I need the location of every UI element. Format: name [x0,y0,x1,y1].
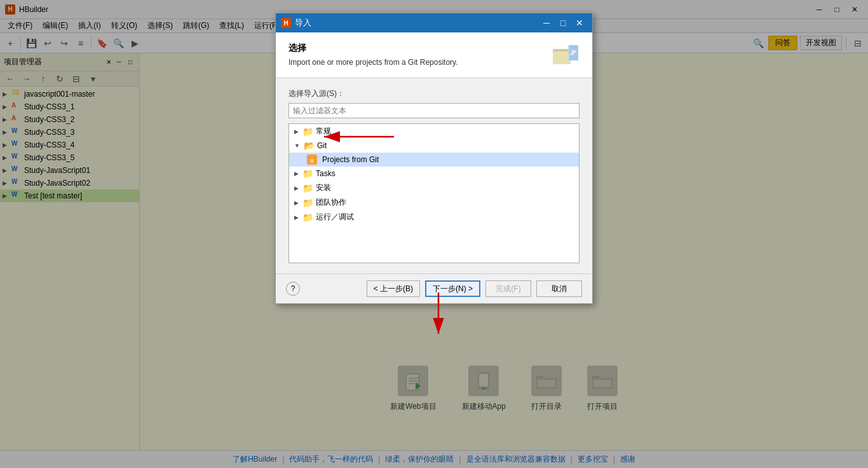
tree-label-changgui: 常规 [316,126,331,137]
tree-label-rundebug: 运行／调试 [316,212,354,223]
dialog-footer: ? < 上一步(B) 下一步(N) > 完成(F) 取消 [276,273,592,303]
dialog-controls: ─ □ ✕ [539,15,587,31]
tree-label-install: 安装 [316,182,331,193]
dialog-header-title: 选择 [288,43,540,54]
dialog-header: 选择 Import one or more projects from a Gi… [276,32,592,78]
dialog-body: 选择导入源(S)： ▶ 📁 常规 ▼ 📂 Git g Proje [276,78,592,273]
tree-label-tasks: Tasks [316,169,336,178]
folder-icon-tasks: 📁 [302,169,313,179]
tree-label-git: Git [317,141,327,150]
dialog-tree-item-projects-from-git[interactable]: g Projects from Git [289,153,579,167]
dialog-finish-button[interactable]: 完成(F) [485,280,531,297]
modal-overlay: H 导入 ─ □ ✕ 选择 Import one or more project… [0,0,868,468]
dialog-tree: ▶ 📁 常规 ▼ 📂 Git g Projects from Git ▶ [288,123,580,263]
tree-expand-teamwork: ▶ [294,200,299,206]
dialog-tree-item-tasks[interactable]: ▶ 📁 Tasks [289,167,579,181]
tree-expand-tasks: ▶ [294,170,299,177]
tree-expand-git: ▼ [294,142,300,149]
folder-icon-teamwork: 📁 [302,198,313,208]
dialog-title-text: 导入 [295,17,539,29]
tree-expand-install: ▶ [294,185,299,191]
dialog-source-label: 选择导入源(S)： [288,88,580,99]
folder-icon-rundebug: 📁 [302,212,313,223]
dialog-next-button[interactable]: 下一步(N) > [425,280,480,297]
dialog-close-button[interactable]: ✕ [572,15,587,31]
git-icon: g [307,155,317,165]
tree-expand-changgui: ▶ [294,128,299,135]
tree-expand-rundebug: ▶ [294,214,299,221]
folder-icon-install: 📁 [302,183,313,193]
dialog-header-desc: Import one or more projects from a Git R… [288,58,540,67]
dialog-tree-item-rundebug[interactable]: ▶ 📁 运行／调试 [289,210,579,224]
dialog-tree-item-teamwork[interactable]: ▶ 📁 团队协作 [289,195,579,210]
dialog-tree-item-install[interactable]: ▶ 📁 安装 [289,181,579,195]
dialog-back-button[interactable]: < 上一步(B) [367,280,420,297]
dialog-tree-item-changgui[interactable]: ▶ 📁 常规 [289,124,579,139]
dialog-max-button[interactable]: □ [555,15,571,31]
dialog-filter-input[interactable] [288,103,580,118]
dialog-header-icon [550,43,580,70]
dialog-help-button[interactable]: ? [286,282,300,296]
dialog-min-button[interactable]: ─ [539,15,554,31]
dialog-title-icon: H [281,18,291,28]
dialog-cancel-button[interactable]: 取消 [536,280,582,297]
folder-icon-changgui: 📁 [302,127,313,137]
dialog-tree-item-git[interactable]: ▼ 📂 Git [289,139,579,153]
tree-label-teamwork: 团队协作 [316,197,346,208]
dialog-titlebar: H 导入 ─ □ ✕ [276,13,592,32]
import-dialog: H 导入 ─ □ ✕ 选择 Import one or more project… [275,13,593,304]
folder-icon-git: 📂 [304,141,315,151]
tree-label-projects-from-git: Projects from Git [322,155,379,164]
